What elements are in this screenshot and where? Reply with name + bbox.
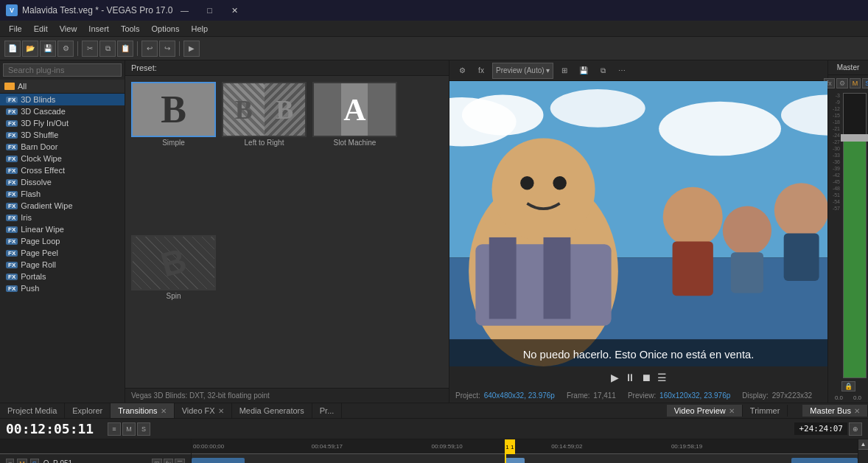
vol-0: -3 (836, 93, 840, 98)
transition-dissolve[interactable]: FX Dissolve (0, 176, 125, 188)
more-icon[interactable]: ⋯ (614, 63, 630, 79)
vol-knob[interactable] (841, 134, 868, 142)
transition-page-loop[interactable]: FX Page Loop (0, 235, 125, 247)
tb-more[interactable]: ▶ (183, 41, 200, 57)
track-mute-btn[interactable]: M (17, 459, 27, 464)
maximize-button[interactable]: □ (198, 3, 222, 18)
scroll-track (858, 450, 868, 463)
menu-options[interactable]: Options (146, 23, 186, 35)
menu-insert[interactable]: Insert (83, 23, 115, 35)
tb-copy[interactable]: ⧉ (99, 41, 116, 57)
tab-explorer[interactable]: Explorer (65, 403, 111, 418)
clip-1b[interactable] (505, 458, 525, 463)
preset-left-to-right[interactable]: B B Left to Right (222, 82, 307, 229)
svg-point-18 (774, 183, 827, 237)
transition-3d-blinds[interactable]: FX 3D Blinds (0, 94, 125, 105)
tb-save[interactable]: 💾 (40, 41, 56, 57)
timeline-controls: ≡ M S (108, 422, 150, 436)
fx-icon[interactable]: fx (473, 63, 489, 79)
gear-mixer-btn[interactable]: ⚙ (836, 78, 848, 88)
tb-undo[interactable]: ↩ (141, 41, 158, 57)
tab-video-fx[interactable]: Video FX ✕ (175, 403, 232, 418)
tab-close-master[interactable]: ✕ (854, 407, 860, 415)
tab-media-generators[interactable]: Media Generators (232, 403, 312, 418)
transition-3d-flyin[interactable]: FX 3D Fly In/Out (0, 117, 125, 129)
clip-thumbnail (192, 458, 245, 463)
solo-btn[interactable]: S (862, 78, 868, 88)
timeline-btn-1[interactable]: ≡ (108, 422, 121, 436)
menu-help[interactable]: Help (185, 23, 214, 35)
menu-btn[interactable]: ☰ (657, 372, 667, 383)
menu-edit[interactable]: Edit (28, 23, 54, 35)
timeline-btn-2[interactable]: M (122, 422, 136, 436)
track-solo-btn[interactable]: S (30, 459, 39, 464)
menu-tools[interactable]: Tools (115, 23, 146, 35)
transition-cross-effect[interactable]: FX Cross Effect (0, 164, 125, 176)
transition-linear-wipe[interactable]: FX Linear Wipe (0, 223, 125, 235)
transition-3d-shuffle[interactable]: FX 3D Shuffle (0, 129, 125, 141)
grid-icon[interactable]: ⊞ (556, 63, 573, 79)
timeline-ruler-area: ≡ M S O_P 051 ⊞ fx ☰ Level: 100.0 % (0, 439, 868, 463)
tab-label: Project Media (7, 406, 57, 415)
clip-1a[interactable] (192, 458, 245, 463)
tb-properties[interactable]: ⚙ (57, 41, 74, 57)
transition-3d-cascade[interactable]: FX 3D Cascade (0, 105, 125, 117)
transition-page-roll[interactable]: FX Page Roll (0, 259, 125, 271)
settings-icon[interactable]: ⚙ (454, 63, 470, 79)
fx-badge: FX (6, 156, 18, 162)
pause-btn[interactable]: ⏸ (625, 372, 635, 383)
menu-view[interactable]: View (54, 23, 83, 35)
copy-frame-icon[interactable]: ⧉ (595, 63, 611, 79)
svg-rect-10 (489, 237, 517, 319)
track-1-label: ≡ M S O_P 051 ⊞ fx ☰ Level: 100.0 % (0, 454, 191, 463)
tab-close-videofx[interactable]: ✕ (218, 407, 224, 415)
tab-close-transitions[interactable]: ✕ (161, 407, 167, 415)
tb-cut[interactable]: ✂ (82, 41, 98, 57)
mute-btn[interactable]: M (850, 78, 861, 88)
transition-page-peel[interactable]: FX Page Peel (0, 247, 125, 259)
preset-simple[interactable]: B Simple (131, 82, 216, 229)
transition-flash[interactable]: FX Flash (0, 188, 125, 200)
tb-paste[interactable]: 📋 (117, 41, 133, 57)
track-compose-btn[interactable]: ⊞ (152, 459, 162, 464)
transition-iris[interactable]: FX Iris (0, 212, 125, 223)
svg-point-2 (462, 94, 544, 135)
save-icon[interactable]: 💾 (575, 63, 592, 79)
minimize-button[interactable]: — (173, 3, 197, 18)
tab-project-media[interactable]: Project Media (0, 403, 65, 418)
close-button[interactable]: ✕ (223, 3, 247, 18)
tab-video-preview[interactable]: Video Preview ✕ (667, 405, 743, 417)
transition-barn-door[interactable]: FX Barn Door (0, 141, 125, 153)
preset-spin[interactable]: B Spin (131, 235, 216, 383)
vol-1: -9 (836, 100, 840, 105)
scroll-up-btn[interactable]: ▲ (858, 439, 868, 450)
preview-mode-dropdown[interactable]: Preview (Auto) ▾ (492, 63, 553, 79)
track-fx-btn[interactable]: fx (164, 459, 173, 464)
lock-icon[interactable]: 🔒 (841, 381, 855, 391)
preset-slot-machine[interactable]: A Slot Machine (312, 82, 397, 229)
transition-label: 3D Shuffle (21, 130, 58, 139)
vol-6: -24 (833, 133, 840, 138)
stop-btn[interactable]: ⏹ (641, 372, 651, 383)
tab-trimmer[interactable]: Trimmer (743, 405, 788, 417)
tb-new[interactable]: 📄 (4, 41, 21, 57)
tb-open[interactable]: 📂 (22, 41, 38, 57)
tab-master-bus[interactable]: Master Bus ✕ (802, 405, 868, 417)
timeline-right-btn[interactable]: ⊕ (849, 422, 862, 436)
timeline-btn-3[interactable]: S (137, 422, 150, 436)
tab-pr[interactable]: Pr... (312, 403, 343, 418)
tb-redo[interactable]: ↪ (159, 41, 175, 57)
transition-portals[interactable]: FX Portals (0, 271, 125, 282)
tab-transitions[interactable]: Transitions ✕ (111, 403, 174, 418)
transition-push[interactable]: FX Push (0, 282, 125, 294)
search-input[interactable] (3, 63, 122, 77)
mixer-val-left: 0.0 (835, 394, 843, 401)
menu-file[interactable]: File (3, 23, 28, 35)
transition-gradient-wipe[interactable]: FX Gradient Wipe (0, 200, 125, 212)
clip-1c[interactable] (791, 458, 858, 463)
track-menu-btn[interactable]: ☰ (175, 459, 185, 464)
transition-clock-wipe[interactable]: FX Clock Wipe (0, 153, 125, 164)
tab-close-preview[interactable]: ✕ (729, 407, 735, 415)
play-btn[interactable]: ▶ (611, 372, 619, 383)
volume-bar[interactable] (843, 93, 867, 378)
